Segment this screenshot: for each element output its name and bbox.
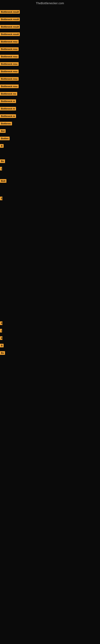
- bottleneck-row: Bottleneck resu: [0, 62, 19, 66]
- bottleneck-row: Bottleneck resu: [0, 46, 19, 52]
- bottleneck-row: Bo: [0, 350, 5, 356]
- bottleneck-row: Bottleneck re: [0, 98, 16, 104]
- bottleneck-row: Bottleneck resu: [0, 39, 19, 44]
- bottleneck-row: Bottleneck resu: [0, 84, 19, 89]
- bottleneck-badge: Bottleneck result: [0, 25, 20, 28]
- site-title: TheBottlenecker.com: [0, 0, 100, 6]
- bottleneck-badge: Bottleneck re: [0, 114, 16, 118]
- bottleneck-badge: E: [0, 336, 2, 340]
- bottleneck-row: Bo: [0, 158, 5, 164]
- bottleneck-badge: Bottleneck resu: [0, 62, 19, 66]
- bottleneck-badge: Bottleneck resu: [0, 47, 19, 51]
- bottleneck-badge: B: [0, 344, 3, 347]
- bottleneck-badge: Bottleneck resu: [0, 77, 19, 81]
- bottleneck-badge: Bottleneck re: [0, 100, 16, 103]
- bottleneck-badge: Bottleneck resu: [0, 70, 19, 73]
- bottleneck-badge: Bottleneck resu: [0, 40, 19, 44]
- bottleneck-row: Bott: [0, 178, 6, 184]
- bottleneck-row: Bottleneck res: [0, 91, 17, 96]
- bottleneck-row: Bottlenec: [0, 121, 12, 126]
- bottleneck-badge: Bo: [0, 160, 5, 163]
- bottleneck-row: E: [0, 196, 2, 201]
- bottleneck-row: Bottleneck resu: [0, 76, 19, 82]
- bottleneck-row: Bot: [0, 128, 6, 134]
- bottleneck-row: Bottleneck re: [0, 106, 16, 111]
- bottleneck-badge: E: [0, 196, 2, 200]
- bottleneck-badge: |: [0, 167, 2, 170]
- bottleneck-row: B: [0, 343, 3, 348]
- bottleneck-badge: E: [0, 322, 2, 325]
- bottleneck-row: Bottleneck resu: [0, 54, 19, 59]
- bottleneck-row: E: [0, 320, 2, 326]
- bottleneck-badge: Bottlen: [0, 137, 10, 140]
- bottleneck-row: Bottleneck result: [0, 32, 20, 37]
- bottleneck-badge: Bottleneck result: [0, 32, 20, 36]
- bottleneck-badge: Bottleneck resu: [0, 55, 19, 58]
- bottleneck-badge: Bottleneck resu: [0, 84, 19, 88]
- bottleneck-row: |: [0, 328, 2, 333]
- bottleneck-row: Bottleneck result: [0, 24, 20, 30]
- bottleneck-badge: Bottleneck re: [0, 107, 16, 110]
- bottleneck-badge: Bott: [0, 179, 6, 183]
- bottleneck-badge: Bottleneck res: [0, 92, 17, 96]
- bottleneck-badge: |: [0, 329, 2, 332]
- bottleneck-badge: B: [0, 144, 3, 148]
- bottleneck-row: |: [0, 166, 2, 171]
- bottleneck-badge: Bottlenec: [0, 122, 12, 126]
- bottleneck-row: Bottleneck result: [0, 9, 20, 14]
- bottleneck-row: B: [0, 143, 3, 148]
- bottleneck-badge: Bottleneck result: [0, 18, 20, 21]
- bottleneck-row: Bottlen: [0, 136, 10, 141]
- bottleneck-row: E: [0, 336, 2, 341]
- bottleneck-row: Bottleneck resu: [0, 69, 19, 74]
- bottleneck-badge: Bottleneck result: [0, 10, 20, 14]
- bottleneck-row: Bottleneck result: [0, 17, 20, 22]
- bottleneck-row: Bottleneck re: [0, 114, 16, 119]
- bottleneck-badge: Bot: [0, 129, 6, 133]
- bottleneck-badge: Bo: [0, 351, 5, 355]
